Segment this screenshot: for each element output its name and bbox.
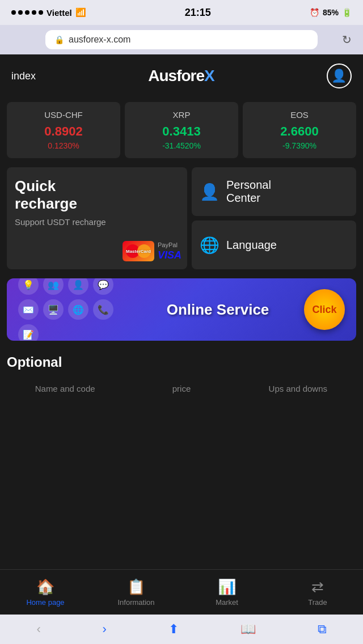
status-time: 21:15: [185, 7, 211, 19]
ticker-xrp-price: 0.3413: [130, 124, 233, 139]
wifi-icon: 📶: [75, 7, 86, 18]
ticker-eos[interactable]: EOS 2.6600 -9.7390%: [243, 102, 356, 158]
lock-icon: 🔒: [54, 35, 64, 44]
address-bar: 🔒 ausforex-x.com ↻: [0, 25, 363, 54]
nav-trade-label: Trade: [308, 598, 327, 607]
payment-logos: MasterCard PayPal VISA: [123, 241, 182, 261]
col-price-header: price: [123, 384, 239, 393]
market-icon: 📊: [218, 578, 236, 596]
ticker-xrp-name: XRP: [130, 110, 233, 120]
nav-trade[interactable]: ⇄ Trade: [272, 570, 363, 615]
reload-button[interactable]: ↻: [342, 33, 352, 46]
quick-support-text: Support USDT recharge: [15, 216, 106, 228]
carrier-name: Viettel: [47, 8, 72, 18]
optional-header: Name and code price Ups and downs: [7, 379, 356, 398]
paypal-visa-logos: PayPal VISA: [158, 242, 182, 261]
language-label: Language: [226, 239, 277, 252]
banner-icon-9: 📝: [18, 324, 39, 341]
trade-icon: ⇄: [311, 578, 324, 596]
banner-text: Online Service: [132, 302, 304, 318]
visa-text: VISA: [158, 249, 182, 261]
forward-button[interactable]: ›: [94, 617, 116, 641]
ticker-eos-price: 2.6600: [248, 124, 351, 139]
ticker-xrp[interactable]: XRP 0.3413 -31.4520%: [125, 102, 238, 158]
paypal-text: PayPal: [158, 242, 182, 248]
status-right: ⏰ 85% 🔋: [310, 8, 352, 17]
banner-icon-3: 👤: [68, 278, 88, 295]
banner-icon-5: ✉️: [18, 299, 39, 320]
personal-center-label: PersonalCenter: [226, 179, 271, 205]
nav-home[interactable]: 🏠 Home page: [0, 570, 91, 615]
banner-icon-4: 💬: [93, 278, 113, 295]
app-logo: AusforeX: [148, 67, 214, 85]
online-service-banner[interactable]: 💡 👥 👤 💬 ✉️ 🖥️ 🌐 📞 📝 Online Service Click: [7, 278, 356, 341]
logo-main: Ausfore: [148, 67, 204, 84]
col-change-header: Ups and downs: [240, 384, 356, 393]
banner-icons: 💡 👥 👤 💬 ✉️ 🖥️ 🌐 📞 📝: [18, 278, 132, 341]
share-button[interactable]: ⬆: [159, 617, 188, 641]
ticker-row: USD-CHF 0.8902 0.1230% XRP 0.3413 -31.45…: [0, 98, 363, 163]
browser-bar: ‹ › ⬆ 📖 ⧉: [0, 615, 363, 644]
nav-market-label: Market: [216, 598, 238, 607]
logo-x: X: [204, 67, 214, 84]
banner-icon-7: 🌐: [68, 299, 88, 320]
signal-dots: [11, 10, 43, 15]
status-left: Viettel 📶: [11, 7, 86, 18]
ticker-eos-name: EOS: [248, 110, 351, 120]
banner-click-button[interactable]: Click: [304, 289, 345, 330]
quick-recharge-title: Quickrecharge: [15, 177, 77, 213]
personal-center-icon: 👤: [200, 183, 220, 201]
information-icon: 📋: [127, 578, 145, 596]
home-icon: 🏠: [36, 578, 54, 596]
banner-icon-1: 💡: [18, 278, 39, 295]
mastercard-text: MasterCard: [126, 249, 151, 254]
url-input[interactable]: 🔒 ausforex-x.com: [45, 30, 318, 49]
nav-information-label: Information: [117, 598, 154, 607]
url-text: ausforex-x.com: [69, 35, 130, 45]
nav-home-label: Home page: [26, 598, 64, 607]
banner-icon-6: 🖥️: [43, 299, 64, 320]
banner-title: Online Service: [132, 302, 304, 318]
banner-section: 💡 👥 👤 💬 ✉️ 🖥️ 🌐 📞 📝 Online Service Click: [0, 274, 363, 345]
ticker-usdchf-change: 0.1230%: [12, 141, 115, 150]
quick-recharge-card[interactable]: Quickrecharge Support USDT recharge Mast…: [7, 167, 187, 269]
status-bar: Viettel 📶 21:15 ⏰ 85% 🔋: [0, 0, 363, 25]
back-button[interactable]: ‹: [27, 617, 49, 641]
optional-title: Optional: [7, 354, 356, 370]
nav-market[interactable]: 📊 Market: [182, 570, 272, 615]
ticker-xrp-change: -31.4520%: [130, 141, 233, 150]
right-action-cards: 👤 PersonalCenter 🌐 Language: [192, 167, 356, 269]
battery-percent: 85%: [323, 8, 339, 17]
nav-information[interactable]: 📋 Information: [91, 570, 182, 615]
battery-icon: 🔋: [342, 8, 352, 17]
optional-section: Optional Name and code price Ups and dow…: [0, 345, 363, 402]
mastercard-logo: MasterCard: [123, 241, 154, 261]
tabs-button[interactable]: ⧉: [309, 617, 336, 641]
ticker-usdchf-price: 0.8902: [12, 124, 115, 139]
col-name-header: Name and code: [7, 384, 123, 393]
index-label: index: [11, 70, 36, 82]
banner-icon-2: 👥: [43, 278, 64, 295]
ticker-usdchf[interactable]: USD-CHF 0.8902 0.1230%: [7, 102, 120, 158]
app-header: index AusforeX 👤: [0, 54, 363, 98]
ticker-usdchf-name: USD-CHF: [12, 110, 115, 120]
quick-section: Quickrecharge Support USDT recharge Mast…: [0, 163, 363, 274]
alarm-icon: ⏰: [310, 8, 319, 17]
bottom-nav: 🏠 Home page 📋 Information 📊 Market ⇄ Tra…: [0, 569, 363, 615]
profile-button[interactable]: 👤: [327, 63, 352, 88]
banner-icon-8: 📞: [93, 299, 113, 320]
ticker-eos-change: -9.7390%: [248, 141, 351, 150]
bookmarks-button[interactable]: 📖: [231, 617, 265, 641]
personal-center-card[interactable]: 👤 PersonalCenter: [192, 167, 356, 216]
language-card[interactable]: 🌐 Language: [192, 221, 356, 269]
language-icon: 🌐: [200, 236, 220, 255]
